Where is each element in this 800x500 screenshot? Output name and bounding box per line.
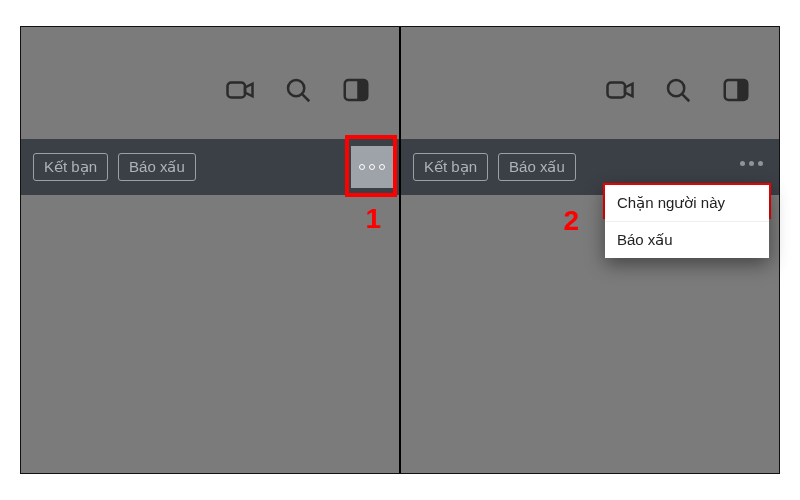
report-button[interactable]: Báo xấu (498, 153, 576, 181)
dots-icon (740, 161, 745, 166)
tutorial-frame: Kết bạn Báo xấu 1 Kết bạn B (20, 26, 780, 474)
panel-step-2: Kết bạn Báo xấu Chặn người này Báo xấu 2 (401, 27, 779, 473)
more-options-button[interactable] (351, 146, 393, 188)
video-call-icon[interactable] (225, 75, 255, 109)
search-icon[interactable] (663, 75, 693, 109)
svg-rect-9 (737, 80, 747, 100)
svg-rect-5 (608, 83, 626, 98)
top-icon-row (605, 75, 751, 109)
add-friend-button[interactable]: Kết bạn (413, 153, 488, 181)
svg-point-1 (288, 80, 304, 96)
svg-line-2 (302, 94, 309, 101)
search-icon[interactable] (283, 75, 313, 109)
svg-rect-0 (228, 83, 246, 98)
panel-step-1: Kết bạn Báo xấu 1 (21, 27, 399, 473)
step-number-2: 2 (563, 205, 579, 237)
top-icon-row (225, 75, 371, 109)
svg-rect-4 (357, 80, 367, 100)
dots-icon (749, 161, 754, 166)
dots-icon (379, 164, 385, 170)
menu-item-block-user[interactable]: Chặn người này (605, 185, 769, 221)
svg-point-6 (668, 80, 684, 96)
dots-icon (758, 161, 763, 166)
sidebar-toggle-icon[interactable] (341, 75, 371, 109)
dots-icon (369, 164, 375, 170)
video-call-icon[interactable] (605, 75, 635, 109)
action-bar: Kết bạn Báo xấu (21, 139, 399, 195)
sidebar-toggle-icon[interactable] (721, 75, 751, 109)
more-options-button[interactable] (740, 161, 763, 166)
dots-icon (359, 164, 365, 170)
menu-item-report[interactable]: Báo xấu (605, 221, 769, 258)
step-number-1: 1 (365, 203, 381, 235)
more-options-menu: Chặn người này Báo xấu (605, 185, 769, 258)
add-friend-button[interactable]: Kết bạn (33, 153, 108, 181)
report-button[interactable]: Báo xấu (118, 153, 196, 181)
svg-line-7 (682, 94, 689, 101)
